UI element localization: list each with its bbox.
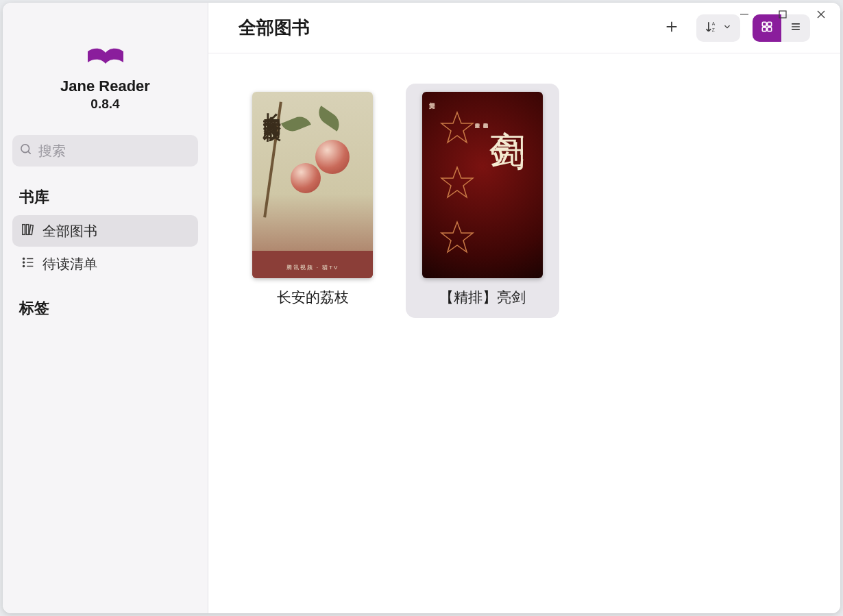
list-icon [21,255,36,273]
sort-az-icon: AZ [705,20,718,36]
app-version: 0.8.4 [90,97,119,112]
svg-line-1 [28,151,31,154]
maximize-button[interactable] [763,3,802,26]
page-title: 全部图书 [239,16,659,40]
search-input-container[interactable] [12,135,198,167]
book-logo-icon [86,47,125,71]
add-button[interactable] [659,16,684,40]
sidebar-item-label: 全部图书 [42,222,97,241]
book-card[interactable]: 都梁文集 亮剑 都梁作品亮剑长篇小说军旅文学经典之作 【精排】亮剑 [406,84,559,318]
cover-title-text: 亮剑 [482,101,530,112]
book-grid: 长安的荔枝 腾讯视频 · 猫TV 长安的荔枝 都梁文集 亮剑 都梁作品亮剑长篇小… [208,53,840,613]
svg-marker-27 [441,167,473,197]
sidebar: Jane Reader 0.8.4 书库 全部图书 待读清单 标签 [3,3,208,613]
search-input[interactable] [38,143,191,159]
svg-rect-3 [26,224,29,234]
book-title: 长安的荔枝 [277,288,349,307]
main-area: 全部图书 AZ [208,3,840,613]
book-cover: 都梁文集 亮剑 都梁作品亮剑长篇小说军旅文学经典之作 [422,92,543,278]
sidebar-item-label: 待读清单 [42,255,97,273]
book-cover: 长安的荔枝 腾讯视频 · 猫TV [252,92,373,278]
svg-rect-12 [779,11,786,18]
svg-point-5 [23,258,24,259]
app-window: Jane Reader 0.8.4 书库 全部图书 待读清单 标签 [3,3,840,613]
sidebar-item-all-books[interactable]: 全部图书 [12,215,198,247]
svg-point-6 [23,261,24,262]
svg-rect-2 [23,224,25,234]
svg-point-0 [21,145,29,153]
books-icon [21,222,36,241]
svg-point-7 [23,265,24,267]
cover-title-text: 长安的荔枝 [260,99,284,112]
app-name: Jane Reader [60,77,150,95]
svg-text:Z: Z [712,27,715,32]
svg-marker-28 [441,222,473,252]
app-brand: Jane Reader 0.8.4 [11,47,199,112]
window-controls [725,3,840,29]
svg-rect-4 [29,225,34,234]
library-section-title: 书库 [11,182,199,214]
plus-icon [664,19,679,37]
sidebar-item-reading-list[interactable]: 待读清单 [12,248,198,280]
tags-section-title: 标签 [11,293,199,325]
close-button[interactable] [802,3,840,26]
svg-marker-26 [441,112,473,143]
search-icon [19,143,33,159]
svg-text:A: A [712,21,716,26]
minimize-button[interactable] [725,3,763,26]
book-card[interactable]: 长安的荔枝 腾讯视频 · 猫TV 长安的荔枝 [236,84,389,318]
book-title: 【精排】亮剑 [439,288,526,307]
